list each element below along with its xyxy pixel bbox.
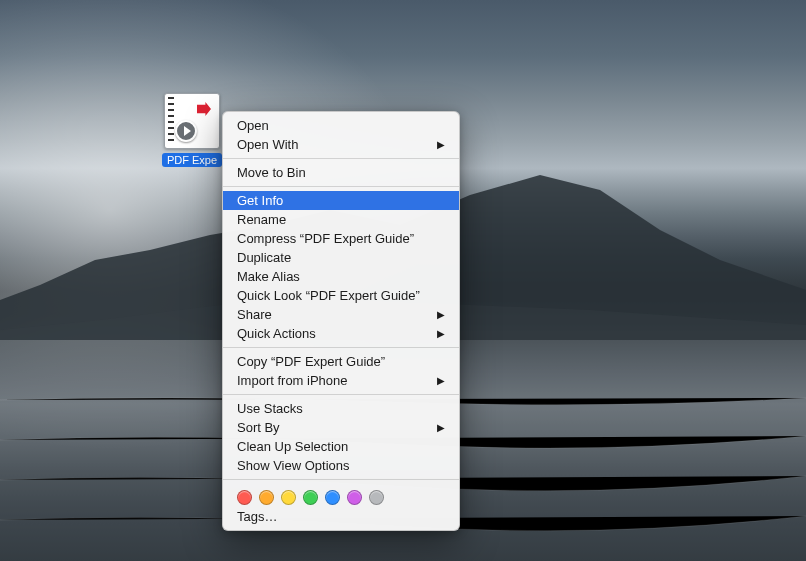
menu-item-label: Clean Up Selection [237,437,348,456]
menu-item-label: Sort By [237,418,280,437]
menu-item-label: Share [237,305,272,324]
menu-item-tags[interactable]: Tags… [223,507,459,526]
menu-item-label: Use Stacks [237,399,303,418]
tags-row [223,484,459,507]
menu-item-label: Import from iPhone [237,371,348,390]
menu-item-label: Open [237,116,269,135]
menu-separator [223,186,459,187]
menu-item-get-info[interactable]: Get Info [223,191,459,210]
menu-item-open-with[interactable]: Open With▶ [223,135,459,154]
file-thumbnail [164,93,220,149]
tag-dot-3[interactable] [303,490,318,505]
menu-item-duplicate[interactable]: Duplicate [223,248,459,267]
menu-item-share[interactable]: Share▶ [223,305,459,324]
chevron-right-icon: ▶ [437,135,445,154]
menu-item-label: Quick Look “PDF Expert Guide” [237,286,420,305]
menu-item-quick-look-pdf-expert-guide[interactable]: Quick Look “PDF Expert Guide” [223,286,459,305]
chevron-right-icon: ▶ [437,371,445,390]
play-badge-icon [175,120,197,142]
tag-dot-4[interactable] [325,490,340,505]
menu-separator [223,394,459,395]
chevron-right-icon: ▶ [437,324,445,343]
menu-item-label: Tags… [237,507,277,526]
menu-item-compress-pdf-expert-guide[interactable]: Compress “PDF Expert Guide” [223,229,459,248]
menu-separator [223,479,459,480]
desktop-wallpaper[interactable]: PDF Expe OpenOpen With▶Move to BinGet In… [0,0,806,561]
menu-item-sort-by[interactable]: Sort By▶ [223,418,459,437]
menu-item-open[interactable]: Open [223,116,459,135]
menu-item-move-to-bin[interactable]: Move to Bin [223,163,459,182]
tag-dot-2[interactable] [281,490,296,505]
menu-separator [223,347,459,348]
chevron-right-icon: ▶ [437,418,445,437]
menu-item-quick-actions[interactable]: Quick Actions▶ [223,324,459,343]
menu-item-label: Make Alias [237,267,300,286]
tag-dot-6[interactable] [369,490,384,505]
menu-item-make-alias[interactable]: Make Alias [223,267,459,286]
menu-item-label: Quick Actions [237,324,316,343]
menu-item-show-view-options[interactable]: Show View Options [223,456,459,475]
file-label: PDF Expe [162,153,222,167]
menu-item-use-stacks[interactable]: Use Stacks [223,399,459,418]
menu-item-label: Open With [237,135,298,154]
menu-item-label: Duplicate [237,248,291,267]
menu-item-copy-pdf-expert-guide[interactable]: Copy “PDF Expert Guide” [223,352,459,371]
desktop-file[interactable]: PDF Expe [160,93,224,171]
menu-item-rename[interactable]: Rename [223,210,459,229]
menu-item-clean-up-selection[interactable]: Clean Up Selection [223,437,459,456]
menu-item-import-from-iphone[interactable]: Import from iPhone▶ [223,371,459,390]
tag-dot-1[interactable] [259,490,274,505]
menu-item-label: Show View Options [237,456,350,475]
menu-item-label: Compress “PDF Expert Guide” [237,229,414,248]
tag-dot-5[interactable] [347,490,362,505]
menu-item-label: Get Info [237,191,283,210]
context-menu: OpenOpen With▶Move to BinGet InfoRenameC… [222,111,460,531]
menu-item-label: Move to Bin [237,163,306,182]
menu-item-label: Copy “PDF Expert Guide” [237,352,385,371]
menu-item-label: Rename [237,210,286,229]
chevron-right-icon: ▶ [437,305,445,324]
tag-dot-0[interactable] [237,490,252,505]
menu-separator [223,158,459,159]
